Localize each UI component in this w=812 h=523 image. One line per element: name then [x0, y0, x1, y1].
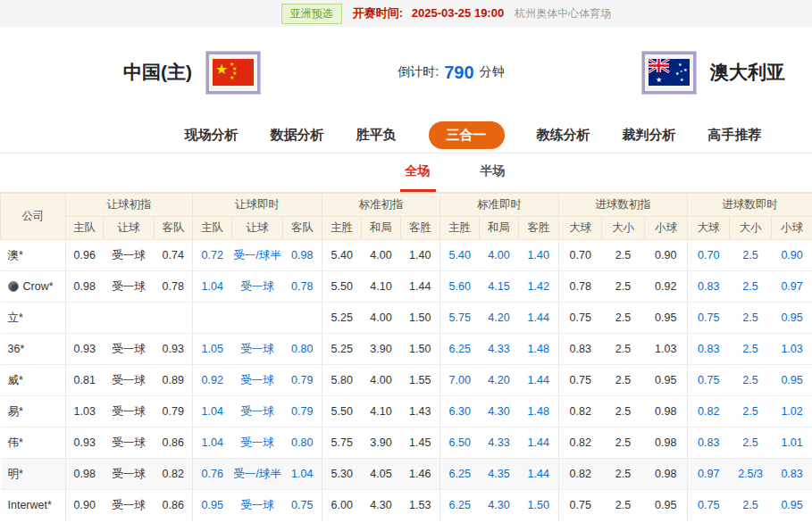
subtab-full-match[interactable]: 全场: [400, 154, 436, 192]
league-badge[interactable]: 亚洲预选: [281, 4, 342, 24]
odds-cell: 受一球: [232, 428, 283, 459]
odds-cell: 0.75: [688, 365, 730, 396]
odds-table-body: 澳*0.96受一球0.740.72受一/球半0.985.404.001.405.…: [1, 240, 812, 521]
odds-cell: 0.82: [559, 459, 602, 490]
odds-cell: 2.5: [602, 490, 645, 521]
company-cell[interactable]: 36*: [1, 334, 66, 365]
odds-cell: 0.90: [66, 490, 104, 521]
odds-cell: 6.00: [322, 490, 362, 521]
svg-text:★: ★: [680, 77, 684, 82]
odds-cell: 0.76: [193, 459, 232, 490]
odds-cell: 0.82: [559, 396, 602, 428]
odds-cell: 0.95: [645, 303, 688, 334]
australia-flag-icon: ★ ★ ★ ★ ★ ★: [649, 59, 690, 86]
company-cell[interactable]: 明*: [1, 459, 66, 490]
tab-coach-analysis[interactable]: 教练分析: [537, 127, 590, 144]
odds-cell: 0.98: [645, 428, 688, 459]
odds-cell: 0.96: [66, 240, 104, 271]
period-subtabs: 全场 半场: [0, 154, 812, 193]
odds-cell: [283, 303, 322, 334]
odds-cell: 4.30: [480, 490, 519, 521]
odds-cell: 受一球: [232, 271, 283, 303]
col-header: 客队: [283, 217, 322, 240]
countdown-unit: 分钟: [480, 64, 505, 80]
odds-cell: 5.40: [440, 240, 480, 271]
odds-cell: 0.82: [688, 396, 730, 428]
tab-win-draw-lose[interactable]: 胜平负: [356, 127, 397, 144]
countdown-label: 倒计时:: [398, 64, 439, 80]
odds-cell: 1.05: [193, 334, 232, 365]
odds-cell: 4.00: [362, 303, 401, 334]
home-team-name: 中国(主): [123, 60, 192, 85]
odds-cell: 0.93: [155, 334, 193, 365]
odds-cell: 1.40: [519, 240, 559, 271]
odds-cell: 0.98: [645, 396, 688, 428]
odds-cell: 1.03: [645, 334, 688, 365]
odds-cell: 2.5: [730, 271, 772, 303]
odds-cell: 0.97: [772, 271, 812, 303]
odds-cell: 3.90: [362, 428, 401, 459]
col-header: 大小: [602, 217, 645, 240]
table-row: 明*0.98受一球0.820.76受一/球半1.045.304.051.466.…: [1, 459, 812, 490]
company-cell[interactable]: Interwet*: [1, 490, 66, 521]
odds-cell: 0.82: [155, 459, 193, 490]
odds-cell: 4.00: [480, 240, 519, 271]
company-column-header: 公司: [1, 194, 66, 240]
odds-cell: 4.10: [362, 271, 401, 303]
odds-cell: 5.50: [322, 396, 362, 428]
tab-three-in-one[interactable]: 三合一: [429, 121, 505, 149]
table-row: Interwet*0.90受一球0.860.95受一球0.756.004.301…: [1, 490, 812, 521]
tab-referee-analysis[interactable]: 裁判分析: [623, 127, 676, 144]
odds-cell: 0.83: [688, 334, 730, 365]
odds-cell: 1.42: [519, 271, 559, 303]
table-row: 伟*0.93受一球0.861.04受一球0.805.753.901.456.50…: [1, 428, 812, 459]
odds-cell: 0.98: [66, 459, 104, 490]
odds-cell: 5.50: [322, 271, 362, 303]
odds-cell: 6.30: [440, 396, 480, 428]
tab-data-analysis[interactable]: 数据分析: [271, 127, 324, 144]
odds-cell: 受一球: [232, 365, 283, 396]
tab-expert-picks[interactable]: 高手推荐: [708, 127, 762, 144]
company-cell[interactable]: 易*: [1, 396, 66, 428]
odds-cell: 0.90: [645, 240, 688, 271]
odds-cell: 1.04: [193, 428, 232, 459]
group-handicap-initial: 让球初指: [66, 194, 193, 217]
odds-cell: [66, 303, 104, 334]
odds-cell: 5.80: [322, 365, 362, 396]
subtab-half-match[interactable]: 半场: [475, 154, 511, 192]
company-cell[interactable]: 伟*: [1, 428, 66, 459]
odds-cell: 受一球: [104, 396, 155, 428]
odds-cell: 0.75: [559, 303, 602, 334]
odds-cell: 1.53: [401, 490, 440, 521]
odds-cell: 0.81: [66, 365, 104, 396]
odds-cell: 5.40: [322, 240, 362, 271]
company-cell[interactable]: 立*: [1, 303, 66, 334]
odds-cell: 受一球: [232, 490, 283, 521]
col-header: 客队: [155, 217, 193, 240]
table-row: 易*1.03受一球0.791.04受一球0.795.504.101.436.30…: [1, 396, 812, 428]
col-header: 让球: [104, 217, 155, 240]
odds-cell: 1.50: [519, 490, 559, 521]
odds-cell: 2.5: [602, 365, 645, 396]
odds-cell: 0.78: [559, 271, 602, 303]
odds-cell: 2.5: [602, 334, 645, 365]
odds-cell: 2.5: [730, 365, 772, 396]
company-cell[interactable]: Crow*: [1, 271, 66, 303]
odds-cell: 5.25: [322, 334, 362, 365]
odds-cell: 4.30: [480, 396, 519, 428]
odds-cell: 4.35: [480, 459, 519, 490]
svg-text:★: ★: [230, 75, 234, 80]
odds-cell: 5.30: [322, 459, 362, 490]
odds-cell: 1.44: [519, 459, 559, 490]
table-row: 立*5.254.001.505.754.201.440.752.50.950.7…: [1, 303, 812, 334]
odds-cell: 0.93: [66, 428, 104, 459]
away-team: ★ ★ ★ ★ ★ ★ 澳大利亚: [642, 52, 785, 94]
odds-cell: 4.10: [362, 396, 401, 428]
table-row: 澳*0.96受一球0.740.72受一/球半0.985.404.001.405.…: [1, 240, 812, 271]
tab-live-analysis[interactable]: 现场分析: [185, 127, 239, 144]
odds-cell: 0.83: [688, 271, 730, 303]
company-cell[interactable]: 澳*: [1, 240, 66, 271]
group-standard-initial: 标准初指: [322, 194, 440, 217]
company-cell[interactable]: 威*: [1, 365, 66, 396]
odds-cell: 2.5: [602, 303, 645, 334]
